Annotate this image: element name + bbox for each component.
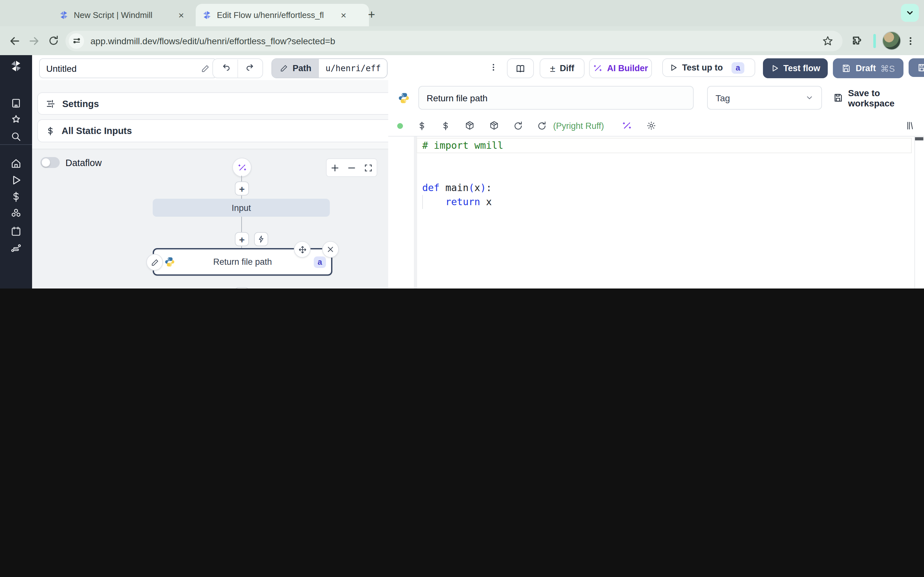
forward-button[interactable] <box>24 31 44 50</box>
sidebar-item-variables[interactable] <box>0 187 32 206</box>
save-icon <box>842 63 851 73</box>
insert-step-button[interactable]: + <box>235 287 249 288</box>
code-line: return x <box>422 195 911 209</box>
sidebar-item-favorites[interactable] <box>0 110 32 129</box>
tag-select[interactable]: Tag <box>707 86 822 110</box>
all-static-inputs-button[interactable]: All Static Inputs <box>37 119 389 142</box>
windmill-favicon <box>202 10 212 20</box>
bookmark-star-icon[interactable] <box>822 35 834 47</box>
undo-button[interactable] <box>213 63 237 73</box>
editor-scrollbar-thumb[interactable] <box>915 137 923 140</box>
sidebar-item-runs[interactable] <box>0 171 32 190</box>
sidebar-item-apps[interactable] <box>0 93 32 113</box>
test-up-to-button[interactable]: Test up to a <box>662 58 755 77</box>
indent-guide <box>422 195 423 209</box>
calendar-icon <box>10 226 22 237</box>
save-to-workspace-button[interactable]: Save to workspace <box>833 87 924 108</box>
browser-menu-button[interactable] <box>901 31 920 50</box>
flow-step-node-a[interactable]: Return file path a <box>153 248 333 276</box>
kebab-menu-icon <box>489 61 498 73</box>
extensions-button[interactable] <box>848 31 867 50</box>
plus-minus-icon: ± <box>550 63 555 74</box>
docs-button[interactable] <box>507 58 534 78</box>
sidebar-item-home[interactable] <box>0 154 32 173</box>
url-text: app.windmill.dev/flows/edit/u/henri/effo… <box>90 35 822 46</box>
new-tab-button[interactable]: + <box>363 6 381 24</box>
flow-input-node[interactable]: Input <box>153 199 330 217</box>
browser-tab-new-script[interactable]: New Script | Windmill × <box>53 4 205 26</box>
path-button[interactable]: Path <box>272 59 319 77</box>
zoom-out-button[interactable] <box>343 159 360 176</box>
toolbar-divider <box>873 34 876 48</box>
magic-wand-icon <box>237 163 247 172</box>
test-up-to-label: Test up to <box>682 63 723 73</box>
package-icon[interactable] <box>465 121 475 131</box>
add-trigger-button[interactable] <box>254 232 268 246</box>
sidebar-item-resources[interactable] <box>0 204 32 223</box>
code-editor[interactable]: # import wmill def main(x): return x <box>388 137 924 288</box>
variables-dollar-icon[interactable] <box>441 121 451 131</box>
step-editor-panel: Tag Save to workspace (Pyright Ruff) <box>388 80 924 288</box>
browser-tab-edit-flow[interactable]: Edit Flow u/henri/effortless_fl × <box>196 4 369 26</box>
site-settings-button[interactable] <box>69 33 84 48</box>
flow-settings-button[interactable]: Settings <box>37 92 389 115</box>
editor-gutter <box>414 137 417 288</box>
dataflow-toggle[interactable] <box>40 157 60 168</box>
redo-button[interactable] <box>238 63 262 73</box>
address-bar[interactable]: app.windmill.dev/flows/edit/u/henri/effo… <box>65 31 843 51</box>
search-icon <box>10 131 22 142</box>
magic-wand-icon[interactable] <box>622 121 632 131</box>
insert-step-button[interactable]: + <box>235 232 249 246</box>
path-label: Path <box>292 63 312 73</box>
package-icon[interactable] <box>489 121 499 131</box>
sidebar-item-search[interactable] <box>0 127 32 146</box>
python-icon <box>164 256 175 268</box>
library-icon[interactable] <box>905 121 915 131</box>
settings-sliders-icon <box>45 98 56 109</box>
dollar-icon <box>10 191 22 203</box>
reload-icon[interactable] <box>513 121 523 131</box>
puzzle-icon <box>851 35 863 47</box>
diff-button[interactable]: ± Diff <box>540 58 585 78</box>
more-options-button[interactable] <box>489 61 498 73</box>
edit-step-button[interactable] <box>146 254 163 271</box>
flow-name-field[interactable]: Untitled <box>39 58 217 78</box>
step-name-field[interactable] <box>418 86 694 110</box>
draft-button[interactable]: Draft ⌘S <box>833 58 903 78</box>
code-line: # import wmill <box>417 139 911 153</box>
fit-view-button[interactable] <box>360 159 376 176</box>
sidebar-item-flows[interactable] <box>0 239 32 258</box>
move-step-handle[interactable] <box>294 241 310 258</box>
deploy-button[interactable]: Deploy <box>909 58 924 77</box>
close-tab-icon[interactable]: × <box>178 10 184 20</box>
path-value[interactable]: u/henri/eff <box>319 59 387 77</box>
move-icon <box>298 245 306 253</box>
reload-icon[interactable] <box>537 121 547 131</box>
reload-button[interactable] <box>44 31 63 50</box>
ai-builder-button[interactable]: AI Builder <box>589 58 652 78</box>
editor-settings-gear-icon[interactable] <box>646 121 657 131</box>
lint-status-label[interactable]: (Pyright Ruff) <box>553 121 604 131</box>
tab-search-button[interactable] <box>901 4 919 22</box>
profile-avatar[interactable] <box>882 31 901 50</box>
windmill-logo[interactable] <box>0 56 32 76</box>
assets-dollar-icon[interactable] <box>417 121 427 131</box>
delete-step-button[interactable] <box>322 241 339 258</box>
ai-flow-button[interactable] <box>232 158 252 177</box>
zoom-in-button[interactable] <box>326 159 343 176</box>
book-open-icon <box>515 63 525 73</box>
graph-zoom-controls <box>326 158 377 177</box>
step-header: Tag Save to workspace <box>388 80 924 115</box>
close-tab-icon[interactable]: × <box>341 10 347 20</box>
insert-step-button[interactable]: + <box>235 181 249 195</box>
input-node-label: Input <box>232 203 251 213</box>
sidebar-item-schedules[interactable] <box>0 222 32 241</box>
save-icon <box>833 92 843 103</box>
back-button[interactable] <box>5 31 24 50</box>
tag-select-value: Tag <box>716 93 730 103</box>
test-flow-button[interactable]: Test flow <box>763 58 828 78</box>
cubes-icon <box>10 208 22 219</box>
home-icon <box>10 158 22 169</box>
flow-graph-canvas[interactable]: Dataflow + Input + <box>32 149 388 288</box>
reload-icon <box>48 35 59 46</box>
